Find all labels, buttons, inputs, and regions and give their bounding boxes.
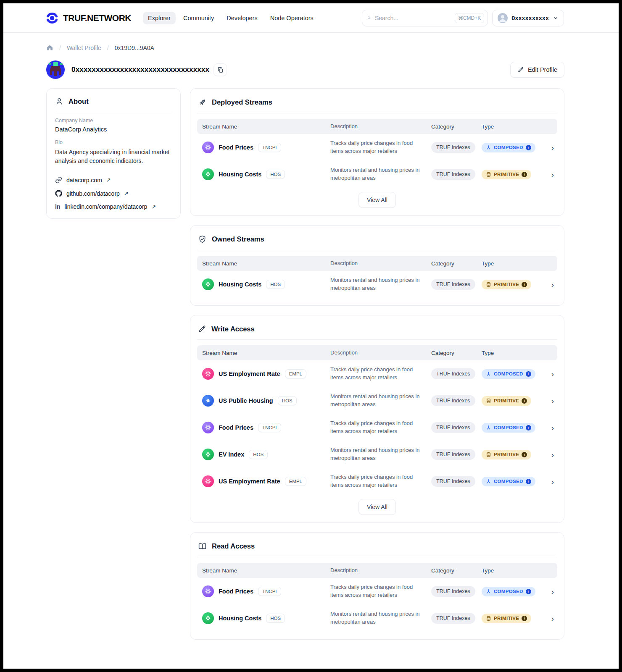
info-icon[interactable]: i [526, 479, 531, 484]
search-box[interactable]: ⌘CMD+K [362, 10, 488, 26]
stream-ticker-badge: TNCPI [258, 143, 281, 152]
chevron-right-icon[interactable]: › [545, 478, 557, 486]
main-nav: Explorer Community Developers Node Opera… [143, 12, 319, 24]
stream-name: US Employment Rate [219, 370, 280, 377]
nav-item-community[interactable]: Community [178, 12, 219, 24]
table-row[interactable]: Food PricesTNCPITracks daily price chang… [197, 414, 557, 441]
view-all-button[interactable]: View All [358, 192, 396, 208]
chevron-right-icon[interactable]: › [545, 451, 557, 459]
breadcrumb: / Wallet Profile / 0x19D9...9A0A [3, 33, 619, 51]
type-label: COMPOSED [494, 479, 523, 484]
screenshot-frame: TRUF.NETWORK Explorer Community Develope… [0, 0, 622, 672]
chevron-right-icon[interactable]: › [545, 424, 557, 432]
edit-profile-button[interactable]: Edit Profile [510, 62, 564, 78]
stream-icon [202, 612, 214, 624]
stream-ticker-badge: HOS [266, 280, 285, 289]
nav-item-developers[interactable]: Developers [221, 12, 262, 24]
info-icon[interactable]: i [526, 589, 531, 594]
stream-description: Monitors rental and housing prices in me… [330, 446, 431, 462]
info-icon[interactable]: i [526, 425, 531, 430]
chevron-right-icon[interactable]: › [545, 588, 557, 596]
info-icon[interactable]: i [522, 398, 527, 404]
table-header: Stream NameDescriptionCategoryType [197, 119, 557, 134]
stream-description: Tracks daily price changes in food items… [330, 139, 431, 155]
type-badge: PRIMITIVEi [482, 280, 531, 289]
type-label: PRIMITIVE [494, 172, 519, 177]
chevron-right-icon[interactable]: › [545, 370, 557, 378]
nav-item-explorer[interactable]: Explorer [143, 12, 176, 24]
website-link[interactable]: datacorp.com ↗ [55, 176, 172, 184]
stream-ticker-badge: EMPL [285, 369, 306, 378]
chevron-right-icon[interactable]: › [545, 144, 557, 152]
info-icon[interactable]: i [522, 282, 527, 287]
pencil-icon [198, 325, 206, 333]
composed-fork-icon [486, 371, 491, 377]
chevron-right-icon[interactable]: › [545, 281, 557, 289]
composed-fork-icon [486, 425, 491, 430]
primitive-database-icon [486, 172, 491, 177]
table-row[interactable]: Housing CostsHOSMonitors rental and hous… [197, 605, 557, 632]
stream-name-cell: Housing CostsHOS [197, 612, 330, 624]
stream-name: Housing Costs [219, 171, 261, 178]
type-badge: COMPOSEDi [482, 477, 535, 486]
category-badge: TRUF Indexes [431, 395, 475, 406]
stream-name-cell: Housing CostsHOS [197, 168, 330, 180]
chevron-down-icon [553, 15, 559, 21]
account-address: 0xxxxxxxxxx [511, 15, 549, 21]
profile-links: datacorp.com ↗ github.com/datacorp ↗ in … [55, 176, 172, 210]
table-rows: Food PricesTNCPITracks daily price chang… [197, 134, 557, 188]
chevron-right-icon[interactable]: › [545, 397, 557, 405]
chevron-right-icon[interactable]: › [545, 171, 557, 178]
book-open-icon [198, 542, 207, 551]
table-row[interactable]: US Employment RateEMPLTracks daily price… [197, 468, 557, 495]
type-label: PRIMITIVE [494, 282, 519, 287]
search-input[interactable] [375, 15, 451, 21]
wallet-identicon-avatar [46, 60, 65, 79]
stream-name: Housing Costs [219, 615, 261, 622]
company-name-value: DataCorp Analytics [55, 126, 172, 133]
table-row[interactable]: Food PricesTNCPITracks daily price chang… [197, 578, 557, 605]
chevron-right-icon[interactable]: › [545, 614, 557, 622]
table-header: Stream NameDescriptionCategoryType [197, 563, 557, 578]
search-icon [367, 14, 371, 21]
table-row[interactable]: EV IndexHOSMonitors rental and housing p… [197, 441, 557, 468]
info-icon[interactable]: i [526, 371, 531, 377]
type-label: PRIMITIVE [494, 452, 519, 457]
info-icon[interactable]: i [522, 452, 527, 457]
nav-item-node-operators[interactable]: Node Operators [265, 12, 319, 24]
type-label: PRIMITIVE [494, 398, 519, 403]
composed-fork-icon [486, 589, 491, 594]
pencil-icon [517, 66, 524, 73]
column-header: Description [330, 567, 431, 575]
brand[interactable]: TRUF.NETWORK [45, 11, 131, 25]
table-row[interactable]: US Employment RateEMPLTracks daily price… [197, 360, 557, 387]
primitive-database-icon [486, 398, 491, 404]
column-header: Stream Name [197, 350, 330, 356]
stream-description: Tracks daily price changes in food items… [330, 473, 431, 489]
stream-name-cell: US Public HousingHOS [197, 395, 330, 407]
type-badge: PRIMITIVEi [482, 450, 531, 459]
table-row[interactable]: Food PricesTNCPITracks daily price chang… [197, 134, 557, 161]
info-icon[interactable]: i [526, 145, 531, 150]
linkedin-link[interactable]: in linkedin.com/company/datacorp ↗ [55, 203, 172, 210]
breadcrumb-wallet-profile[interactable]: Wallet Profile [67, 45, 101, 51]
table-row[interactable]: US Public HousingHOSMonitors rental and … [197, 387, 557, 414]
table-row[interactable]: Housing CostsHOSMonitors rental and hous… [197, 271, 557, 298]
view-all-button[interactable]: View All [358, 499, 396, 515]
type-label: PRIMITIVE [494, 616, 519, 621]
info-icon[interactable]: i [522, 172, 527, 177]
section-title: Read Access [212, 542, 255, 550]
table-row[interactable]: Housing CostsHOSMonitors rental and hous… [197, 161, 557, 188]
stream-description: Tracks daily price changes in food items… [330, 366, 431, 382]
copy-address-button[interactable] [213, 63, 227, 76]
home-icon[interactable] [46, 44, 53, 51]
stream-icon [202, 585, 214, 597]
stream-icon [202, 395, 214, 407]
brand-name: TRUF.NETWORK [63, 13, 131, 23]
info-icon[interactable]: i [522, 616, 527, 621]
shield-check-icon [198, 235, 207, 244]
linkedin-icon: in [55, 203, 60, 210]
account-menu-button[interactable]: 0xxxxxxxxxx [492, 10, 564, 26]
category-badge: TRUF Indexes [431, 368, 475, 379]
github-link[interactable]: github.com/datacorp ↗ [55, 190, 172, 197]
